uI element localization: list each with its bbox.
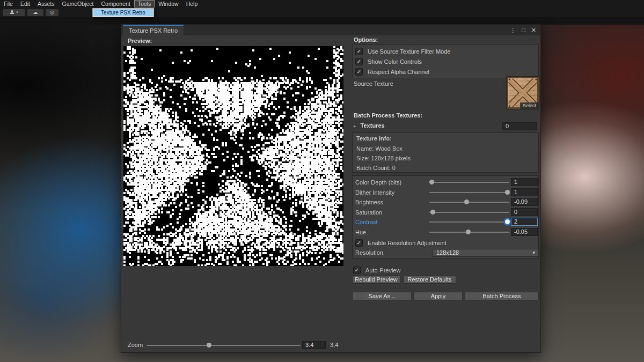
preview-label: Preview: xyxy=(128,38,152,44)
zoom-value-field[interactable]: 3.4 xyxy=(302,341,326,349)
texture-info-title: Texture Info: xyxy=(356,135,392,142)
menubar: File Edit Assets GameObject Component To… xyxy=(0,0,644,8)
options-title: Options: xyxy=(354,36,378,43)
color-depth-slider[interactable] xyxy=(429,179,509,186)
zoom-bar: Zoom 3.4 3,4 xyxy=(121,341,352,350)
cloud-button[interactable]: ☁ xyxy=(27,9,43,16)
slider-track[interactable] xyxy=(429,212,509,213)
close-icon[interactable]: ✕ xyxy=(531,27,536,34)
texture-info-name: Name: Wood Box xyxy=(356,145,402,152)
checkbox-checked-icon[interactable]: ✓ xyxy=(353,267,361,274)
editor-top-strip xyxy=(0,17,644,25)
contrast-slider[interactable] xyxy=(429,218,509,226)
menu-help[interactable]: Help xyxy=(182,0,202,8)
textures-foldout-label[interactable]: Textures xyxy=(361,122,385,129)
batch-process-title: Batch Process Textures: xyxy=(354,112,422,119)
slider-row-color-depth: Color Depth (bits) 1 xyxy=(355,178,536,187)
save-as-button[interactable]: Save As... xyxy=(352,292,412,300)
dither-intensity-field[interactable]: 1 xyxy=(511,188,538,196)
tools-menu-dropdown: Texture PSX Retro xyxy=(92,8,154,17)
option-row[interactable]: ✓ Respect Alpha Channel xyxy=(353,67,538,77)
zoom-value-display: 3,4 xyxy=(330,342,338,348)
textures-count-field[interactable]: 0 xyxy=(502,122,537,130)
dropdown-caret-icon: ▾ xyxy=(532,249,535,256)
batch-process-button[interactable]: Batch Process xyxy=(465,292,539,300)
auto-preview-row[interactable]: ✓ Auto-Preview xyxy=(350,265,400,275)
color-depth-field[interactable]: 1 xyxy=(511,178,538,186)
checkbox-checked-icon[interactable]: ✓ xyxy=(355,68,363,76)
slider-label: Contrast xyxy=(355,219,378,225)
zoom-slider-track[interactable] xyxy=(147,345,301,346)
menu-assets[interactable]: Assets xyxy=(34,0,58,8)
menu-tools[interactable]: Tools xyxy=(134,0,155,8)
window-titlebar[interactable]: Texture PSX Retro ⋮ □ ✕ xyxy=(121,25,540,35)
slider-track[interactable] xyxy=(429,182,509,183)
saturation-field[interactable]: 0 xyxy=(511,208,538,216)
menu-item-texture-psx-retro[interactable]: Texture PSX Retro xyxy=(93,9,153,16)
slider-row-saturation: Saturation 0 xyxy=(355,208,536,217)
menu-gameobject[interactable]: GameObject xyxy=(58,0,98,8)
source-texture-thumbnail[interactable]: Select xyxy=(506,76,539,109)
slider-row-brightness: Brightness -0.09 xyxy=(355,198,536,207)
checkbox-checked-icon[interactable]: ✓ xyxy=(355,48,363,55)
settings-button[interactable]: ◎ xyxy=(46,9,58,16)
brightness-field[interactable]: -0.09 xyxy=(511,198,538,206)
account-icon xyxy=(10,10,14,16)
option-label: Respect Alpha Channel xyxy=(368,69,429,75)
window-menu-icon[interactable]: ⋮ xyxy=(510,27,516,34)
maximize-icon[interactable]: □ xyxy=(522,27,525,33)
slider-handle[interactable] xyxy=(466,230,471,234)
slider-track[interactable] xyxy=(429,192,509,193)
slider-handle[interactable] xyxy=(429,180,434,184)
brightness-slider[interactable] xyxy=(429,198,509,206)
texture-info-batch-count: Batch Count: 0 xyxy=(356,165,396,171)
enable-resolution-row[interactable]: ✓ Enable Resolution Adjustment xyxy=(353,238,447,248)
apply-button[interactable]: Apply xyxy=(414,292,463,300)
zoom-slider-handle[interactable] xyxy=(207,343,211,348)
slider-track[interactable] xyxy=(429,221,509,223)
checkbox-checked-icon[interactable]: ✓ xyxy=(355,239,363,247)
menu-component[interactable]: Component xyxy=(97,0,134,8)
window-tab[interactable]: Texture PSX Retro xyxy=(123,25,184,35)
texture-info-box: Texture Info: Name: Wood Box Size: 128x1… xyxy=(352,132,539,173)
caret-down-icon: ▾ xyxy=(16,10,18,14)
slider-label: Dither Intensity xyxy=(355,189,394,196)
resolution-label: Resolution xyxy=(355,249,383,256)
texture-psx-retro-window: Texture PSX Retro ⋮ □ ✕ Preview: Zoom 3.… xyxy=(121,24,541,353)
slider-handle[interactable] xyxy=(430,210,435,215)
enable-resolution-label: Enable Resolution Adjustment xyxy=(368,240,447,246)
account-button[interactable]: ▾ xyxy=(3,9,25,16)
menu-file[interactable]: File xyxy=(0,0,17,8)
slider-handle[interactable] xyxy=(505,219,510,224)
resolution-value: 128x128 xyxy=(436,249,459,256)
restore-defaults-button[interactable]: Restore Defaults xyxy=(403,275,456,284)
menu-window[interactable]: Window xyxy=(155,0,182,8)
textures-foldout-row: ▸ Textures 0 xyxy=(354,122,537,131)
menu-edit[interactable]: Edit xyxy=(17,0,34,8)
hue-slider[interactable] xyxy=(429,228,509,236)
texture-preview-image xyxy=(123,46,343,266)
slider-track[interactable] xyxy=(429,202,509,203)
option-row[interactable]: ✓ Use Source Texture Filter Mode xyxy=(353,46,538,56)
slider-label: Brightness xyxy=(355,199,383,205)
contrast-field[interactable]: 2 xyxy=(511,218,538,226)
slider-label: Color Depth (bits) xyxy=(355,179,401,186)
texture-info-size: Size: 128x128 pixels xyxy=(356,155,411,161)
options-pane: Options: ✓ Use Source Texture Filter Mod… xyxy=(352,35,539,352)
foldout-triangle-icon[interactable]: ▸ xyxy=(354,123,356,129)
zoom-slider[interactable] xyxy=(147,342,301,349)
cloud-icon: ☁ xyxy=(33,10,38,15)
resolution-dropdown[interactable]: 128x128 ▾ xyxy=(432,249,539,257)
select-texture-button[interactable]: Select xyxy=(520,102,539,109)
option-label: Use Source Texture Filter Mode xyxy=(368,48,450,55)
saturation-slider[interactable] xyxy=(429,209,509,216)
settings-icon: ◎ xyxy=(50,10,54,15)
dither-intensity-slider[interactable] xyxy=(429,189,509,196)
option-row[interactable]: ✓ Show Color Controls xyxy=(353,56,538,67)
checkbox-checked-icon[interactable]: ✓ xyxy=(355,58,363,65)
slider-handle[interactable] xyxy=(505,190,510,195)
hue-field[interactable]: -0.05 xyxy=(511,228,538,236)
option-label: Show Color Controls xyxy=(368,58,422,65)
rebuild-preview-button[interactable]: Rebuild Preview xyxy=(352,275,400,284)
slider-handle[interactable] xyxy=(464,200,469,204)
